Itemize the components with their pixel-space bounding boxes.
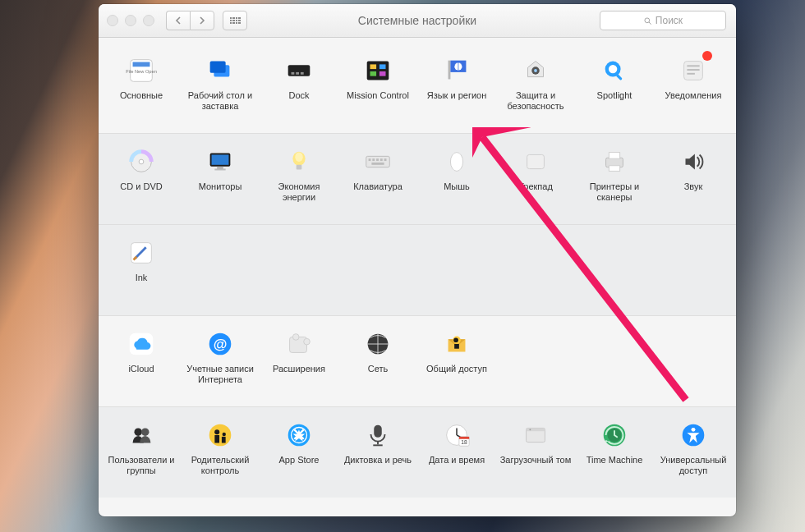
titlebar: Системные настройки Поиск: [99, 4, 736, 38]
pref-label: Пользователи и группы: [104, 455, 179, 476]
pref-label: Dock: [288, 90, 309, 112]
pref-label: Принтеры и сканеры: [577, 181, 652, 203]
pref-energy[interactable]: Экономия энергии: [260, 145, 338, 203]
pref-label: Time Machine: [586, 455, 643, 476]
timemachine-icon: [596, 419, 633, 452]
pref-row: Ink: [99, 225, 736, 316]
pref-cddvd[interactable]: CD и DVD: [102, 145, 181, 203]
dictation-icon: [359, 419, 397, 452]
accounts-icon: @: [201, 328, 239, 360]
close-button[interactable]: [107, 15, 118, 26]
pref-label: App Store: [279, 455, 320, 476]
search-field[interactable]: Поиск: [600, 11, 726, 30]
svg-rect-31: [212, 154, 229, 164]
pref-label: CD и DVD: [120, 181, 162, 203]
svg-rect-48: [609, 166, 619, 172]
pref-label: Трекпад: [518, 181, 553, 203]
pref-label: Диктовка и речь: [344, 455, 412, 476]
pref-startupdisk[interactable]: Загрузочный том: [496, 419, 575, 476]
pref-sharing[interactable]: Общий доступ: [417, 328, 496, 385]
pref-label: Уведомления: [665, 90, 722, 112]
svg-rect-78: [527, 428, 545, 431]
parental-icon: [201, 419, 239, 452]
pref-printers[interactable]: Принтеры и сканеры: [575, 145, 654, 203]
minimize-button[interactable]: [125, 15, 136, 26]
svg-point-59: [134, 428, 142, 436]
sound-icon: [674, 145, 712, 178]
svg-rect-14: [370, 71, 377, 76]
pref-ink[interactable]: Ink: [102, 236, 181, 294]
pref-label: iCloud: [128, 364, 154, 385]
pref-dock[interactable]: Dock: [260, 54, 338, 112]
dock-icon: [280, 54, 318, 87]
pref-datetime[interactable]: 18Дата и время: [417, 419, 496, 476]
search-icon: [643, 16, 652, 25]
pref-keyboard[interactable]: Клавиатура: [338, 145, 417, 203]
svg-point-55: [292, 334, 299, 341]
network-icon: [359, 328, 397, 360]
appstore-icon: [280, 419, 318, 452]
svg-rect-11: [367, 62, 389, 80]
svg-rect-43: [371, 163, 384, 165]
mouse-icon: [438, 145, 476, 178]
pref-parental[interactable]: Родительский контроль: [181, 419, 260, 476]
ink-icon: [122, 236, 160, 269]
pref-label: Звук: [684, 181, 703, 203]
pref-dictation[interactable]: Диктовка и речь: [338, 419, 417, 476]
pref-label: Общий доступ: [426, 364, 487, 385]
pref-spotlight[interactable]: Spotlight: [575, 54, 654, 112]
search-placeholder: Поиск: [656, 15, 683, 26]
pref-displays[interactable]: Мониторы: [181, 145, 260, 203]
pref-label: Защита и безопасность: [498, 90, 573, 112]
svg-point-60: [141, 428, 150, 436]
spotlight-icon: [596, 54, 633, 87]
preferences-grid: File New OpenОсновныеРабочий стол и заст…: [99, 38, 736, 498]
pref-notifications[interactable]: Уведомления: [654, 54, 733, 112]
pref-general[interactable]: File New OpenОсновные: [102, 54, 181, 112]
extensions-icon: [280, 328, 318, 360]
desktop-background: Системные настройки Поиск File New OpenО…: [0, 0, 805, 532]
pref-label: Загрузочный том: [500, 455, 572, 476]
svg-rect-39: [372, 158, 375, 161]
svg-rect-6: [210, 62, 226, 73]
pref-a11y[interactable]: Универсальный доступ: [654, 419, 733, 476]
pref-row: CD и DVDМониторыЭкономия энергииКлавиату…: [99, 134, 736, 225]
svg-text:18: 18: [461, 439, 467, 445]
pref-label: Учетные записи Интернета: [182, 364, 258, 385]
pref-network[interactable]: Сеть: [338, 328, 417, 385]
pref-desktop[interactable]: Рабочий стол и заставка: [181, 54, 260, 112]
svg-rect-68: [374, 425, 382, 438]
keyboard-icon: [359, 145, 397, 178]
svg-rect-26: [687, 69, 699, 71]
pref-users[interactable]: Пользователи и группы: [102, 419, 181, 476]
users-icon: [122, 419, 160, 452]
pref-appstore[interactable]: App Store: [260, 419, 338, 476]
cddvd-icon: [122, 145, 160, 178]
startupdisk-icon: [517, 419, 554, 452]
pref-language[interactable]: Язык и регион: [417, 54, 496, 112]
svg-rect-36: [297, 165, 302, 170]
svg-rect-33: [214, 169, 225, 171]
pref-sound[interactable]: Звук: [654, 145, 733, 203]
pref-label: Ink: [136, 273, 148, 294]
forward-button[interactable]: [190, 11, 214, 30]
pref-icloud[interactable]: iCloud: [102, 328, 181, 385]
pref-extensions[interactable]: Расширения: [260, 328, 338, 385]
pref-trackpad[interactable]: Трекпад: [496, 145, 575, 203]
pref-security[interactable]: Защита и безопасность: [496, 54, 575, 112]
pref-timemachine[interactable]: Time Machine: [575, 419, 654, 476]
trackpad-icon: [517, 145, 554, 178]
svg-point-29: [139, 159, 144, 164]
show-all-button[interactable]: [223, 11, 247, 30]
printers-icon: [596, 145, 633, 178]
pref-mission[interactable]: Mission Control: [338, 54, 417, 112]
pref-mouse[interactable]: Мышь: [417, 145, 496, 203]
pref-accounts[interactable]: @Учетные записи Интернета: [181, 328, 260, 385]
pref-label: Основные: [120, 90, 163, 112]
pref-row: Пользователи и группыРодительский контро…: [99, 407, 736, 498]
svg-point-61: [209, 424, 232, 447]
pref-row: iCloud@Учетные записи ИнтернетаРасширени…: [99, 316, 736, 407]
svg-point-44: [450, 153, 462, 172]
back-button[interactable]: [166, 11, 190, 30]
zoom-button[interactable]: [143, 15, 154, 26]
